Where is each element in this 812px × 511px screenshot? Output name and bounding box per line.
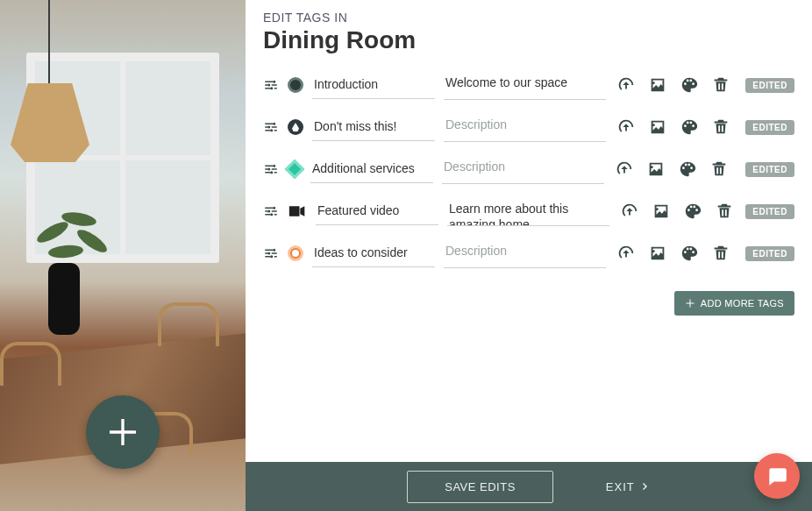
image-icon[interactable] [650, 200, 673, 223]
link-icon[interactable] [615, 74, 637, 96]
palette-icon[interactable] [676, 158, 699, 181]
settings-icon[interactable] [263, 77, 279, 93]
edited-badge: EDITED [745, 204, 794, 219]
preview-chair [0, 342, 61, 386]
edited-badge: EDITED [745, 120, 794, 135]
settings-icon[interactable] [263, 203, 279, 219]
exit-button[interactable]: EXIT [606, 480, 651, 493]
trash-icon[interactable] [709, 116, 732, 138]
tag-name-input[interactable] [312, 114, 435, 141]
preview-vase [48, 263, 80, 335]
chevron-right-icon [640, 481, 651, 492]
panel-subtitle: EDIT TAGS IN [263, 11, 794, 25]
add-more-tags-button[interactable]: ADD MORE TAGS [674, 291, 794, 316]
room-preview[interactable] [0, 0, 246, 511]
chat-icon [766, 465, 788, 487]
tag-description-input[interactable] [444, 238, 606, 268]
edited-badge: EDITED [745, 162, 794, 177]
tag-marker-diamond[interactable] [285, 160, 305, 180]
save-edits-label: SAVE EDITS [445, 480, 516, 493]
edited-badge: EDITED [745, 78, 794, 93]
settings-icon[interactable] [263, 119, 279, 135]
link-icon[interactable] [618, 200, 641, 223]
tag-description-input[interactable] [447, 196, 609, 226]
add-tag-fab[interactable] [86, 395, 160, 469]
plus-icon [685, 298, 695, 309]
tag-marker-video[interactable] [288, 202, 307, 221]
trash-icon[interactable] [708, 158, 730, 181]
chat-support-button[interactable] [754, 453, 800, 499]
panel-title: Dining Room [263, 26, 794, 54]
tag-row: EDITED [263, 151, 794, 188]
tag-marker-bulb[interactable] [288, 245, 303, 261]
exit-label: EXIT [606, 480, 635, 493]
image-icon[interactable] [645, 158, 667, 181]
tag-marker-circle[interactable] [288, 77, 303, 93]
tag-name-input[interactable] [312, 240, 435, 267]
image-icon[interactable] [646, 116, 669, 138]
tag-row: EDITED [263, 67, 794, 103]
tag-description-input[interactable] [444, 70, 606, 100]
tag-row: EDITED [263, 235, 794, 272]
tag-name-input[interactable] [312, 72, 435, 99]
preview-lamp-cord [48, 0, 50, 83]
save-edits-button[interactable]: SAVE EDITS [407, 471, 553, 503]
tag-name-input[interactable] [316, 198, 438, 225]
tag-row: EDITED [263, 193, 794, 230]
link-icon[interactable] [615, 242, 637, 265]
footer-bar: SAVE EDITS EXIT [246, 462, 812, 511]
edited-badge: EDITED [745, 246, 794, 261]
palette-icon[interactable] [678, 116, 701, 138]
trash-icon[interactable] [709, 74, 732, 96]
add-more-tags-label: ADD MORE TAGS [701, 298, 784, 309]
palette-icon[interactable] [681, 200, 704, 223]
settings-icon[interactable] [263, 161, 279, 177]
link-icon[interactable] [615, 116, 637, 138]
plus-icon [105, 415, 140, 450]
settings-icon[interactable] [263, 245, 279, 261]
tag-rows: EDITED EDITED [263, 67, 794, 272]
tag-name-input[interactable] [310, 156, 433, 183]
tag-description-input[interactable] [444, 112, 606, 142]
trash-icon[interactable] [709, 242, 732, 265]
trash-icon[interactable] [713, 200, 736, 223]
image-icon[interactable] [646, 242, 669, 265]
link-icon[interactable] [613, 158, 636, 181]
tag-description-input[interactable] [442, 154, 604, 184]
palette-icon[interactable] [678, 74, 701, 96]
preview-chair [158, 302, 219, 346]
image-icon[interactable] [646, 74, 669, 96]
tag-marker-droplet[interactable] [288, 119, 303, 135]
palette-icon[interactable] [678, 242, 701, 265]
tag-row: EDITED [263, 109, 794, 145]
